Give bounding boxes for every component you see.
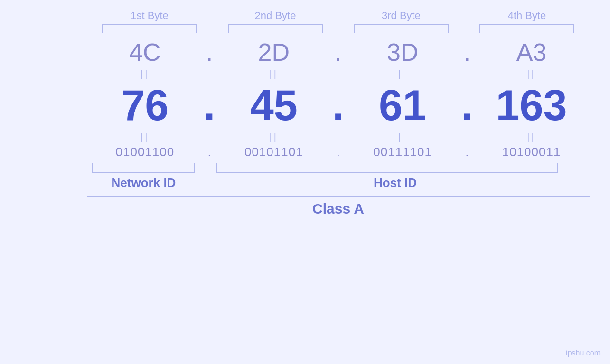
byte-header-2: 2nd Byte (223, 9, 328, 22)
data-rows: 4C . 2D . 3D . A3 || || || || 76 (87, 38, 590, 159)
main-container: 1st Byte 2nd Byte 3rd Byte 4th Byte 16 H… (0, 0, 610, 364)
byte-header-3: 3rd Byte (349, 9, 453, 22)
network-id-label: Network ID (87, 176, 201, 190)
bin-row: 01001100 . 00101101 . 00111101 . 1010001… (87, 145, 590, 159)
bracket-top-2 (228, 24, 323, 33)
bracket-top-3 (354, 24, 449, 33)
byte-header-1: 1st Byte (97, 9, 202, 22)
class-label: Class A (312, 201, 364, 216)
dec-row: 76 . 45 . 61 . 163 (87, 81, 590, 130)
bracket-top-1 (102, 24, 197, 33)
watermark: ipshu.com (566, 349, 601, 357)
equals-row-2: || || || || (87, 131, 590, 144)
bracket-bottom-network (92, 163, 195, 173)
byte-headers: 1st Byte 2nd Byte 3rd Byte 4th Byte (87, 9, 590, 22)
bracket-bottom-host (216, 163, 558, 173)
equals-row-1: || || || || (87, 67, 590, 80)
host-id-label: Host ID (201, 176, 590, 190)
top-brackets (87, 24, 590, 33)
byte-header-4: 4th Byte (475, 9, 579, 22)
hex-row: 4C . 2D . 3D . A3 (87, 38, 590, 66)
bracket-top-4 (479, 24, 574, 33)
